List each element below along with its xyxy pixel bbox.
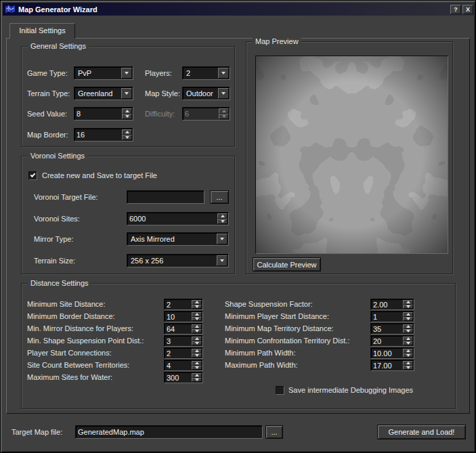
chevron-down-icon <box>125 92 129 95</box>
titlebar[interactable]: Map Generator Wizard ? X <box>3 3 475 16</box>
mirror-type-dropdown-button[interactable] <box>217 234 228 244</box>
arrow-down-icon <box>195 366 199 369</box>
terrain-type-combo[interactable]: Greenland <box>74 87 133 100</box>
spin-down-button[interactable] <box>403 341 413 346</box>
max-path-width-input[interactable] <box>373 361 401 370</box>
min-path-width-spinbox[interactable] <box>370 347 414 359</box>
min-path-width-input[interactable] <box>373 349 401 358</box>
calculate-preview-button[interactable]: Calculate Preview <box>253 257 321 272</box>
map-border-spin-down-button[interactable] <box>122 135 132 140</box>
game-type-dropdown-button[interactable] <box>121 68 132 79</box>
terrain-type-dropdown-button[interactable] <box>121 88 132 99</box>
spin-down-button[interactable] <box>192 329 202 334</box>
map-generator-wizard-window: Map Generator Wizard ? X Initial Setting… <box>0 0 476 453</box>
create-new-checkbox[interactable] <box>28 171 37 180</box>
min-site-distance-spinbox[interactable] <box>164 299 203 310</box>
voronoi-sites-spinbox[interactable] <box>127 212 229 225</box>
game-type-combo[interactable]: PvP <box>74 66 133 80</box>
player-start-connections-spinbox[interactable] <box>164 347 203 359</box>
map-preview-image <box>256 56 448 253</box>
shape-suspension-factor-spinbox[interactable] <box>370 299 414 310</box>
spin-down-button[interactable] <box>192 378 202 383</box>
close-button[interactable]: X <box>462 5 473 14</box>
min-mirror-distance-input[interactable] <box>167 324 190 333</box>
min-confrontation-territory-spinbox[interactable] <box>370 335 414 347</box>
min-map-territory-distance-input[interactable] <box>373 324 401 333</box>
max-sites-for-water-input[interactable] <box>167 373 190 382</box>
debug-images-checkbox[interactable] <box>276 386 284 395</box>
arrow-up-icon <box>406 362 410 364</box>
app-icon <box>5 5 15 14</box>
spin-down-button[interactable] <box>192 305 202 309</box>
map-style-combo[interactable]: Outdoor <box>182 87 230 100</box>
spin-down-button[interactable] <box>192 317 202 322</box>
map-style-dropdown-button[interactable] <box>218 88 229 99</box>
chevron-down-icon <box>125 72 129 74</box>
create-new-checkbox-label[interactable]: Create new and Save to target File <box>42 169 157 182</box>
min-player-start-distance-spinbox[interactable] <box>370 311 414 322</box>
seed-spin-up-button[interactable] <box>122 108 132 114</box>
min-shape-suspension-point-spinbox[interactable] <box>164 335 203 347</box>
seed-spin-down-button[interactable] <box>122 114 132 119</box>
map-border-spin-up-button[interactable] <box>122 129 132 135</box>
target-map-browse-button[interactable]: ... <box>265 425 283 439</box>
min-shape-suspension-point-label: Min. Shape Suspension Point Dist.: <box>27 335 144 347</box>
min-border-distance-spinbox[interactable] <box>164 311 203 322</box>
mirror-type-label: Mirror Type: <box>34 232 73 246</box>
voronoi-sites-spin-up-button[interactable] <box>217 213 228 219</box>
min-player-start-distance-input[interactable] <box>373 312 401 321</box>
help-button[interactable]: ? <box>450 5 461 14</box>
map-border-spinbox[interactable] <box>74 128 133 142</box>
spin-down-button[interactable] <box>403 353 413 358</box>
min-confrontation-territory-input[interactable] <box>373 337 401 345</box>
site-count-between-territories-spinbox[interactable] <box>164 360 203 371</box>
shape-suspension-factor-input[interactable] <box>373 300 401 309</box>
game-type-value: PvP <box>78 67 121 79</box>
chevron-down-icon <box>220 238 224 240</box>
map-preview-group: Map Preview <box>246 41 453 274</box>
min-shape-suspension-point-input[interactable] <box>167 337 190 345</box>
players-combo[interactable]: 2 <box>182 66 230 80</box>
seed-value-input[interactable] <box>77 108 120 119</box>
debug-images-checkbox-label[interactable]: Save intermediate Debugging Images <box>288 385 413 396</box>
arrow-up-icon <box>406 349 410 352</box>
max-path-width-spinbox[interactable] <box>370 360 414 371</box>
spin-down-button[interactable] <box>403 329 413 334</box>
tab-initial-settings[interactable]: Initial Settings <box>9 23 75 39</box>
voronoi-target-file-field[interactable] <box>127 190 204 204</box>
voronoi-target-file-input[interactable] <box>129 192 202 202</box>
voronoi-target-file-label: Voronoi Target File: <box>34 190 98 204</box>
arrow-up-icon <box>195 362 199 364</box>
terrain-type-value: Greenland <box>78 87 121 100</box>
voronoi-sites-spin-down-button[interactable] <box>217 219 228 224</box>
spin-down-button[interactable] <box>403 366 413 370</box>
generate-and-load-button[interactable]: Generate and Load! <box>377 425 466 439</box>
target-map-file-input[interactable] <box>78 427 260 437</box>
seed-value-spinbox[interactable] <box>74 107 133 121</box>
terrain-size-combo[interactable]: 256 x 256 <box>127 254 229 267</box>
player-start-connections-input[interactable] <box>167 349 190 358</box>
arrow-down-icon <box>125 136 129 139</box>
target-map-file-field[interactable] <box>75 425 263 439</box>
mirror-type-combo[interactable]: Axis Mirrored <box>127 232 229 246</box>
map-border-input[interactable] <box>77 129 120 140</box>
window-title: Map Generator Wizard <box>18 5 450 14</box>
players-dropdown-button[interactable] <box>218 68 229 79</box>
min-mirror-distance-spinbox[interactable] <box>164 323 203 335</box>
site-count-between-territories-input[interactable] <box>167 361 190 370</box>
arrow-down-icon <box>195 342 199 345</box>
spin-down-button[interactable] <box>192 353 202 358</box>
min-border-distance-input[interactable] <box>167 312 190 321</box>
chevron-down-icon <box>221 92 225 95</box>
spin-down-button[interactable] <box>403 305 413 309</box>
spin-down-button[interactable] <box>403 317 413 322</box>
voronoi-browse-button[interactable]: ... <box>210 190 229 204</box>
max-sites-for-water-spinbox[interactable] <box>164 372 203 383</box>
spin-down-button[interactable] <box>192 366 202 370</box>
min-site-distance-input[interactable] <box>167 300 190 309</box>
spin-down-button[interactable] <box>192 341 202 346</box>
distance-settings-group: Distance Settings Minimum Site Distance:… <box>21 283 456 409</box>
terrain-size-dropdown-button[interactable] <box>217 255 228 266</box>
min-map-territory-distance-spinbox[interactable] <box>370 323 414 335</box>
voronoi-sites-input[interactable] <box>129 213 215 224</box>
